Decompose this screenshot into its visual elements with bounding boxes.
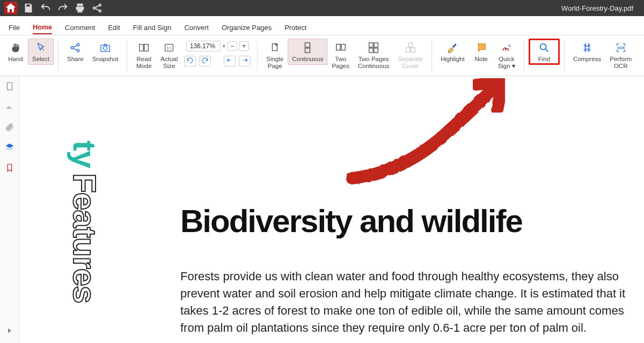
menu-comment[interactable]: Comment	[65, 21, 95, 34]
single-page-icon	[268, 41, 282, 55]
signatures-panel-icon[interactable]	[5, 102, 14, 111]
menu-bar: File Home Comment Edit Fill and Sign Con…	[0, 16, 644, 35]
svg-rect-15	[369, 43, 373, 47]
two-pages-cont-label: Two Pages Continuous	[358, 56, 389, 70]
cursor-icon	[34, 41, 48, 55]
bookmarks-icon[interactable]	[5, 163, 14, 173]
svg-point-4	[77, 43, 80, 46]
svg-rect-20	[406, 48, 409, 52]
svg-rect-18	[374, 48, 378, 53]
menu-home[interactable]: Home	[33, 21, 52, 34]
print-icon[interactable]	[74, 2, 86, 14]
ocr-label: Perform OCR	[610, 56, 632, 70]
note-icon	[474, 41, 488, 55]
undo-view-button[interactable]	[224, 56, 236, 66]
svg-rect-12	[305, 48, 310, 53]
signature-icon	[500, 41, 514, 55]
menu-convert[interactable]: Convert	[184, 21, 209, 34]
document-body-text: Forests provide us with clean water and …	[180, 268, 631, 337]
two-pages-icon	[334, 41, 348, 55]
continuous-icon	[301, 41, 314, 55]
quick-sign-button[interactable]: Quick Sign ▾	[494, 39, 519, 72]
read-mode-label: Read Mode	[136, 56, 152, 70]
separate-cover-icon	[404, 41, 418, 55]
menu-fill-and-sign[interactable]: Fill and Sign	[133, 21, 172, 34]
redo-view-button[interactable]	[239, 56, 251, 66]
svg-point-5	[77, 49, 80, 52]
hand-tool-button[interactable]: Hand	[3, 39, 28, 65]
save-icon[interactable]	[23, 2, 34, 14]
svg-rect-16	[374, 43, 378, 47]
svg-text:OCR: OCR	[617, 46, 625, 50]
read-mode-button[interactable]: Read Mode	[131, 39, 156, 72]
svg-rect-11	[305, 43, 310, 47]
document-viewport[interactable]: ty Features Biodiversity and wildlife Fo…	[19, 76, 644, 343]
svg-rect-14	[341, 44, 345, 50]
note-label: Note	[474, 56, 487, 63]
vertical-side-text: ty Features	[66, 140, 103, 303]
camera-icon	[98, 41, 112, 55]
highlight-button[interactable]: Highlight	[436, 39, 469, 65]
two-pages-button[interactable]: Two Pages	[327, 39, 354, 72]
actual-size-label: Actual Size	[160, 56, 178, 70]
find-button[interactable]: Find	[529, 39, 560, 65]
thumbnails-icon[interactable]	[5, 81, 14, 91]
svg-rect-21	[411, 48, 414, 52]
svg-point-0	[93, 7, 96, 9]
home-icon[interactable]	[4, 2, 17, 14]
snapshot-button[interactable]: Snapshot	[88, 39, 123, 65]
title-bar: World-Forestry-Day.pdf	[0, 0, 644, 16]
share-nodes-icon	[68, 41, 82, 55]
hand-icon	[9, 41, 23, 55]
note-button[interactable]: Note	[469, 39, 494, 65]
single-page-button[interactable]: Single Page	[262, 39, 288, 72]
menu-file[interactable]: File	[9, 21, 20, 34]
expand-sidebar-icon[interactable]	[5, 326, 14, 335]
share-button[interactable]: Share	[63, 39, 88, 65]
side-text-features: Features	[66, 173, 103, 303]
menu-edit[interactable]: Edit	[108, 21, 120, 34]
select-label: Select	[32, 56, 49, 63]
sidebar-panel	[0, 76, 19, 343]
redo-icon[interactable]	[57, 2, 69, 14]
attachments-icon[interactable]	[5, 122, 14, 132]
svg-rect-19	[408, 43, 412, 47]
rotate-right-button[interactable]	[199, 56, 211, 66]
document-heading: Biodiversity and wildlife	[180, 203, 522, 240]
zoom-dropdown-icon[interactable]: ▾	[223, 43, 225, 49]
svg-point-22	[540, 44, 546, 50]
ribbon-toolbar: Hand Select Share Snapshot Read Mode 1:1…	[0, 35, 644, 76]
undo-icon[interactable]	[40, 2, 52, 14]
quick-sign-label: Quick Sign ▾	[498, 56, 515, 70]
share-label: Share	[67, 56, 84, 63]
snapshot-label: Snapshot	[92, 56, 119, 63]
one-to-one-icon: 1:1	[162, 41, 176, 55]
share-icon[interactable]	[91, 2, 103, 14]
menu-organize-pages[interactable]: Organize Pages	[222, 21, 272, 34]
zoom-in-button[interactable]: +	[239, 41, 249, 51]
zoom-value[interactable]: 136.17%	[186, 41, 221, 51]
zoom-out-button[interactable]: −	[228, 41, 237, 51]
find-label: Find	[538, 56, 550, 63]
two-pages-continuous-button[interactable]: Two Pages Continuous	[354, 39, 393, 72]
layers-icon[interactable]	[5, 143, 14, 152]
continuous-button[interactable]: Continuous	[288, 39, 327, 65]
svg-rect-17	[369, 48, 373, 53]
menu-protect[interactable]: Protect	[284, 21, 306, 34]
svg-rect-13	[336, 44, 340, 50]
actual-size-button[interactable]: 1:1 Actual Size	[156, 39, 182, 72]
separate-cover-button: Separate Cover	[393, 39, 427, 72]
continuous-label: Continuous	[292, 56, 323, 63]
document-title: World-Forestry-Day.pdf	[561, 4, 633, 12]
workspace: ty Features Biodiversity and wildlife Fo…	[0, 76, 644, 343]
svg-rect-25	[7, 83, 12, 90]
svg-point-2	[99, 10, 101, 12]
select-tool-button[interactable]: Select	[28, 39, 54, 65]
compress-label: Compress	[573, 56, 601, 63]
ocr-icon: OCR	[614, 41, 628, 55]
rotate-left-button[interactable]	[184, 56, 196, 66]
ocr-button[interactable]: OCR Perform OCR	[605, 39, 636, 72]
separate-cover-label: Separate Cover	[398, 56, 423, 70]
compress-button[interactable]: Compress	[569, 39, 605, 65]
svg-text:1:1: 1:1	[167, 46, 172, 50]
